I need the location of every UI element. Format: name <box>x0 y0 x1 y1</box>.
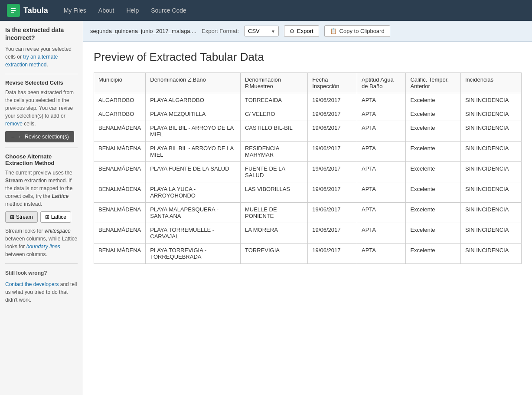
cell-r5-c4: APTA <box>357 182 406 203</box>
cell-r3-c3: 19/06/2017 <box>308 142 357 162</box>
brand-link[interactable]: Tabula <box>7 4 48 17</box>
svg-rect-1 <box>11 8 16 9</box>
table-row: BENALMÁDENAPLAYA TORREVIGIA - TORREQUEBR… <box>94 244 522 264</box>
cell-r0-c2: TORRECAIDA <box>240 93 307 107</box>
cell-r3-c6: SIN INCIDENCIA <box>460 142 521 162</box>
stream-button[interactable]: ⊞ Stream <box>5 211 38 223</box>
cell-r2-c3: 19/06/2017 <box>308 121 357 142</box>
cell-r6-c6: SIN INCIDENCIA <box>460 203 521 223</box>
col-header-denmuestreo: Denominación P.Muestreo <box>240 73 307 93</box>
preview-area: Preview of Extracted Tabular Data Munici… <box>83 42 532 395</box>
cell-r5-c5: Excelente <box>406 182 461 203</box>
cell-r3-c5: Excelente <box>406 142 461 162</box>
cell-r0-c0: ALGARROBO <box>94 93 146 107</box>
nav-my-files[interactable]: My Files <box>59 4 91 16</box>
export-format-label: Export Format: <box>202 28 239 34</box>
col-header-calific: Calific. Tempor. Anterior <box>406 73 461 93</box>
cell-r4-c0: BENALMÁDENA <box>94 162 146 182</box>
table-row: BENALMÁDENAPLAYA MALAPESQUERA - SANTA AN… <box>94 203 522 223</box>
brand-label: Tabula <box>23 6 48 15</box>
cell-r3-c4: APTA <box>357 142 406 162</box>
cell-r2-c2: CASTILLO BIL-BIL <box>240 121 307 142</box>
extraction-buttons: ⊞ Stream ⊞ Lattice <box>5 211 78 223</box>
cell-r4-c4: APTA <box>357 162 406 182</box>
cell-r1-c1: PLAYA MEZQUITILLA <box>146 107 241 121</box>
incorrect-heading: Is the extracted data incorrect? <box>5 26 78 42</box>
cell-r8-c2: TORREVIGIA <box>240 244 307 264</box>
table-row: BENALMÁDENAPLAYA LA YUCA - ARROYOHONDOLA… <box>94 182 522 203</box>
main-content: segunda_quincena_junio_2017_malaga.... E… <box>83 21 532 395</box>
cell-r0-c3: 19/06/2017 <box>308 93 357 107</box>
col-header-municipio: Municipio <box>94 73 146 93</box>
revise-arrow-icon: ← <box>10 134 16 140</box>
cell-r1-c0: ALGARROBO <box>94 107 146 121</box>
clipboard-icon: 📋 <box>330 28 337 34</box>
nav-help[interactable]: Help <box>121 4 144 16</box>
boundary-lines-text: boundary lines <box>26 244 60 250</box>
extraction-description: The current preview uses the Stream extr… <box>5 169 78 208</box>
lattice-grid-icon: ⊞ <box>45 214 49 220</box>
col-header-incidencias: Incidencias <box>460 73 521 93</box>
cell-r0-c1: PLAYA ALGARROBO <box>146 93 241 107</box>
nav-about[interactable]: About <box>93 4 120 16</box>
table-row: BENALMÁDENAPLAYA FUENTE DE LA SALUDFUENT… <box>94 162 522 182</box>
format-select[interactable]: CSV TSV JSON Script <box>244 26 279 36</box>
still-wrong-description: Contact the developers and tell us what … <box>5 280 78 304</box>
cell-r5-c1: PLAYA LA YUCA - ARROYOHONDO <box>146 182 241 203</box>
cell-r6-c5: Excelente <box>406 203 461 223</box>
svg-rect-3 <box>11 12 14 13</box>
stream-button-label: Stream <box>16 214 33 220</box>
cell-r5-c6: SIN INCIDENCIA <box>460 182 521 203</box>
stream-highlight: Stream <box>5 178 23 184</box>
col-header-aptitud: Aptitud Agua de Baño <box>357 73 406 93</box>
cell-r4-c2: FUENTE DE LA SALUD <box>240 162 307 182</box>
cell-r7-c6: SIN INCIDENCIA <box>460 223 521 244</box>
revise-button[interactable]: ← ← Revise selection(s) <box>5 131 74 142</box>
divider-3 <box>5 263 78 264</box>
cell-r7-c3: 19/06/2017 <box>308 223 357 244</box>
cell-r2-c1: PLAYA BIL BIL - ARROYO DE LA MIEL <box>146 121 241 142</box>
cell-r4-c3: 19/06/2017 <box>308 162 357 182</box>
lattice-button[interactable]: ⊞ Lattice <box>40 211 71 223</box>
cell-r8-c6: SIN INCIDENCIA <box>460 244 521 264</box>
nav-source-code[interactable]: Source Code <box>146 4 192 16</box>
export-button-label: Export <box>297 28 313 34</box>
cell-r3-c0: BENALMÁDENA <box>94 142 146 162</box>
cell-r0-c5: Excelente <box>406 93 461 107</box>
layout: Is the extracted data incorrect? You can… <box>0 21 532 395</box>
cell-r0-c4: APTA <box>357 93 406 107</box>
table-header-row: Municipio Denominación Z.Baño Denominaci… <box>94 73 522 93</box>
cell-r2-c5: Excelente <box>406 121 461 142</box>
divider-1 <box>5 74 78 74</box>
cell-r2-c6: SIN INCIDENCIA <box>460 121 521 142</box>
revise-description: Data has been extracted from the cells y… <box>5 89 78 128</box>
table-row: BENALMÁDENAPLAYA BIL BIL - ARROYO DE LA … <box>94 121 522 142</box>
revise-button-label: ← Revise selection(s) <box>18 134 69 140</box>
remove-link[interactable]: remove <box>5 121 23 127</box>
filename-label: segunda_quincena_junio_2017_malaga.... <box>90 28 196 34</box>
lattice-button-label: Lattice <box>51 214 66 220</box>
cell-r7-c2: LA MORERA <box>240 223 307 244</box>
whitespace-text: whitespace <box>45 228 71 234</box>
cell-r5-c3: 19/06/2017 <box>308 182 357 203</box>
cell-r8-c4: APTA <box>357 244 406 264</box>
lattice-highlight: Lattice <box>52 193 69 199</box>
incorrect-description: You can revise your selected cells or tr… <box>5 45 78 69</box>
cell-r8-c0: BENALMÁDENA <box>94 244 146 264</box>
export-button[interactable]: ⊙ Export <box>284 25 319 37</box>
format-select-wrapper: CSV TSV JSON Script <box>244 26 279 36</box>
cell-r8-c3: 19/06/2017 <box>308 244 357 264</box>
cell-r3-c2: RESIDENCIA MARYMAR <box>240 142 307 162</box>
logo-icon <box>7 4 20 17</box>
copy-clipboard-button[interactable]: 📋 Copy to Clipboard <box>324 25 390 37</box>
table-row: ALGARROBOPLAYA ALGARROBOTORRECAIDA19/06/… <box>94 93 522 107</box>
cell-r6-c3: 19/06/2017 <box>308 203 357 223</box>
nav-links: My Files About Help Source Code <box>59 4 192 16</box>
cell-r4-c1: PLAYA FUENTE DE LA SALUD <box>146 162 241 182</box>
cell-r7-c1: PLAYA TORREMUELLE - CARVAJAL <box>146 223 241 244</box>
still-wrong-heading: Still look wrong? <box>5 269 78 277</box>
extraction-heading: Choose Alternate Extraction Method <box>5 153 78 166</box>
contact-developers-link[interactable]: Contact the developers <box>5 281 59 287</box>
toolbar: segunda_quincena_junio_2017_malaga.... E… <box>83 21 532 42</box>
cell-r6-c1: PLAYA MALAPESQUERA - SANTA ANA <box>146 203 241 223</box>
